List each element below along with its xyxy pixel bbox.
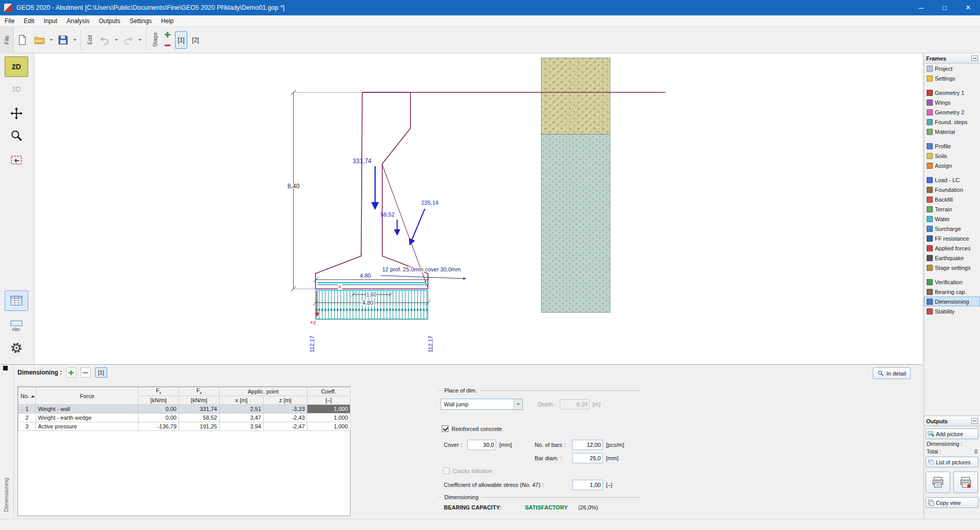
cell-z[interactable]: -2,47 [264,422,307,431]
frames-item-stability[interactable]: Stability [924,306,980,316]
frames-item-assign[interactable]: Assign [924,161,980,170]
frames-item-wings[interactable]: Wings [924,97,980,107]
print-log-button[interactable] [953,472,978,493]
save-dropdown-icon[interactable] [73,39,76,41]
add-force-button[interactable] [66,367,76,378]
copy-view-button[interactable]: Copy view [926,497,978,508]
frames-item-foundation[interactable]: Foundation [924,185,980,194]
frames-item-load-lc[interactable]: Load - LC [924,175,980,185]
print-view-button[interactable] [926,472,950,493]
minimize-button[interactable]: ─ [909,0,933,15]
frames-item-soils[interactable]: Soils [924,151,980,161]
collapse-panel-button[interactable] [971,55,978,61]
redo-dropdown-icon[interactable] [139,39,142,41]
frames-item-dimensioning[interactable]: Dimensioning [924,297,980,306]
list-of-pictures-button[interactable]: List of pictures [926,457,978,467]
cell-z[interactable]: -3,33 [264,405,307,414]
frames-item-applied-forces[interactable]: Applied forces [924,243,980,253]
allowable-stress-field[interactable] [572,480,603,490]
col-applic-point[interactable]: Applic. point [220,387,307,396]
cell-fx[interactable]: 0,00 [139,414,179,422]
cell-fz[interactable]: 331,74 [179,405,220,414]
menu-settings[interactable]: Settings [125,15,156,27]
table-row[interactable]: 3 Active pressure -136,79 191,25 3,94 -2… [18,422,350,431]
table-row[interactable]: 1 Weight - wall 0,00 331,74 2,51 -3,33 1… [18,405,350,414]
menu-help[interactable]: Help [156,15,179,27]
menu-input[interactable]: Input [39,15,62,27]
pan-tool-button[interactable] [5,103,28,124]
bars-field[interactable] [572,440,603,450]
zoom-window-tool-button[interactable] [5,150,28,170]
frames-item-surcharge[interactable]: Surcharge [924,224,980,233]
frames-item-geometry-1[interactable]: Geometry 1 [924,88,980,97]
settings-tool-button[interactable] [5,338,28,358]
cell-force[interactable]: Weight - wall [36,405,139,414]
file-vertical-tab[interactable]: File [0,27,13,53]
cell-fz[interactable]: 191,25 [179,422,220,431]
bar-diam-field[interactable] [572,453,603,463]
new-file-button[interactable] [14,32,30,48]
add-picture-button[interactable]: Add picture [926,428,978,439]
stage-add-button[interactable] [163,30,172,39]
cell-x[interactable]: 3,94 [220,422,264,431]
col-no[interactable]: No. [18,387,36,405]
frames-item-bearing-cap[interactable]: Bearing cap. [924,287,980,297]
remove-force-button[interactable] [81,367,91,378]
cell-coeff[interactable]: 1,000 [307,405,350,414]
zoom-tool-button[interactable] [5,125,28,146]
stage-2-button[interactable]: [2] [189,31,202,49]
frames-item-material[interactable]: Material [924,127,980,136]
open-file-button[interactable] [31,32,48,48]
cell-coeff[interactable]: 1,000 [307,422,350,431]
collapse-panel-button[interactable] [971,418,978,424]
frames-item-stage-settings[interactable]: Stage settings [924,263,980,272]
cell-z[interactable]: -2,43 [264,414,307,422]
reinforced-concrete-checkbox[interactable] [442,425,448,432]
menu-edit[interactable]: Edit [19,15,39,27]
cell-coeff[interactable]: 1,000 [307,414,350,422]
frames-item-found-steps[interactable]: Found. steps [924,117,980,127]
frames-item-verification[interactable]: Verification [924,277,980,287]
col-force[interactable]: Force [36,387,139,405]
drawing-canvas[interactable]: 8,40 331,74 58,52 235,14 4,80 12 prof. 2… [34,53,922,364]
frames-item-settings[interactable]: Settings [924,73,980,83]
cell-fz[interactable]: 58,52 [179,414,220,422]
frames-item-terrain[interactable]: Terrain [924,204,980,214]
cell-no[interactable]: 2 [18,414,36,422]
close-button[interactable]: × [956,0,980,15]
frames-item-water[interactable]: Water [924,214,980,224]
stage-1-button[interactable]: [1] [175,31,187,49]
frames-item-geometry-2[interactable]: Geometry 2 [924,107,980,117]
open-dropdown-icon[interactable] [50,39,53,41]
view-2d-button[interactable]: 2D [5,56,28,77]
frames-item-project[interactable]: Project [924,64,980,73]
cell-x[interactable]: 2,51 [220,405,264,414]
frames-item-backfill[interactable]: Backfill [924,194,980,204]
place-of-dim-select[interactable]: Wall jump [441,399,523,410]
undo-dropdown-icon[interactable] [115,39,118,41]
col-fx[interactable]: Fx [139,387,179,396]
col-fz[interactable]: Fz [179,387,220,396]
cell-fx[interactable]: 0,00 [139,405,179,414]
table-view-button[interactable] [5,290,28,311]
stage-remove-button[interactable] [163,41,172,50]
save-button[interactable] [55,32,71,48]
menu-analysis[interactable]: Analysis [62,15,94,27]
cell-x[interactable]: 3,47 [220,414,264,422]
redo-button[interactable] [120,32,136,48]
undo-button[interactable] [96,32,113,48]
menu-outputs[interactable]: Outputs [94,15,125,27]
cover-field[interactable] [467,440,496,450]
cell-no[interactable]: 1 [18,405,36,414]
cell-force[interactable]: Active pressure [36,422,139,431]
col-coeff[interactable]: Coeff. [307,387,350,396]
stage-1-toggle[interactable]: [1] [95,367,107,378]
cell-fx[interactable]: -136,79 [139,422,179,431]
cell-force[interactable]: Weight - earth wedge [36,414,139,422]
frames-item-earthquake[interactable]: Earthquake [924,253,980,263]
maximize-button[interactable]: □ [933,0,956,15]
frames-item-profile[interactable]: Profile [924,141,980,151]
table-row[interactable]: 2 Weight - earth wedge 0,00 58,52 3,47 -… [18,414,350,422]
frames-item-ff-resistance[interactable]: FF resistance [924,233,980,243]
cell-no[interactable]: 3 [18,422,36,431]
